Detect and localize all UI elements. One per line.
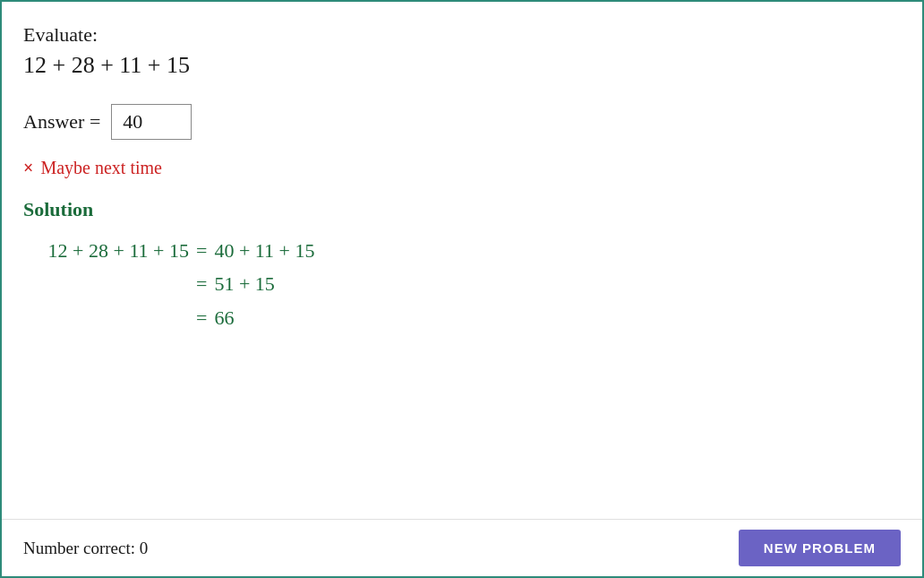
number-correct: Number correct: 0 xyxy=(23,539,148,558)
sol-rhs-1: 40 + 11 + 15 xyxy=(214,234,314,267)
sol-equals-3: = xyxy=(196,301,207,334)
feedback-text: Maybe next time xyxy=(40,158,162,178)
solution-line-2: = 51 + 15 xyxy=(23,267,901,300)
answer-label: Answer = xyxy=(23,110,100,134)
sol-equals-1: = xyxy=(196,234,207,267)
sol-lhs-1: 12 + 28 + 11 + 15 xyxy=(23,234,189,267)
incorrect-icon: × xyxy=(23,158,33,178)
footer: Number correct: 0 NEW PROBLEM xyxy=(2,519,922,576)
answer-input[interactable] xyxy=(111,104,192,140)
solution-header: Solution xyxy=(23,198,901,221)
evaluate-label: Evaluate: xyxy=(23,23,901,47)
problem-expression: 12 + 28 + 11 + 15 xyxy=(23,52,901,79)
solution-block: 12 + 28 + 11 + 15 = 40 + 11 + 15 = 51 + … xyxy=(23,234,901,334)
solution-line-1: 12 + 28 + 11 + 15 = 40 + 11 + 15 xyxy=(23,234,901,267)
sol-rhs-3: 66 xyxy=(214,301,234,334)
solution-line-3: = 66 xyxy=(23,301,901,334)
sol-equals-2: = xyxy=(196,267,207,300)
sol-rhs-2: 51 + 15 xyxy=(214,267,274,300)
new-problem-button[interactable]: NEW PROBLEM xyxy=(739,530,901,566)
